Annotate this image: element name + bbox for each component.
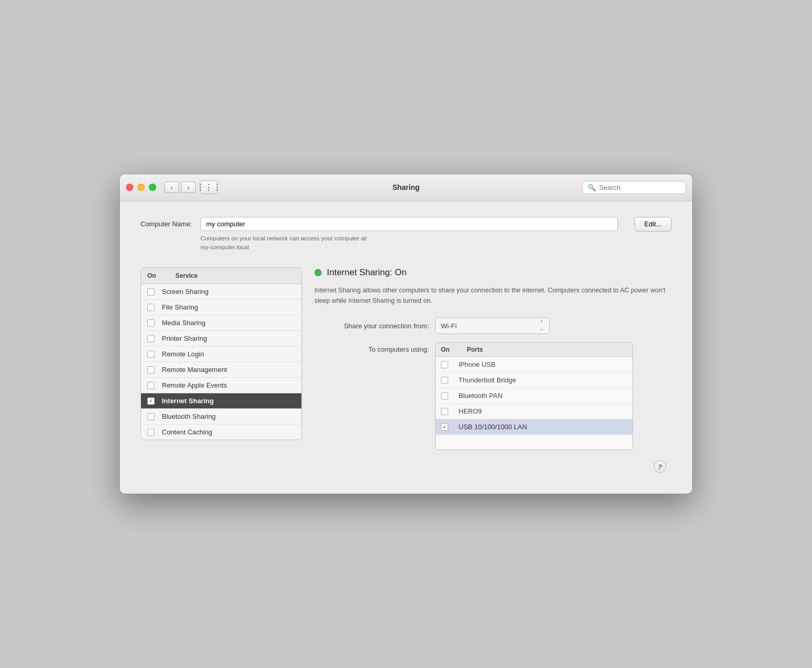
port-row-thunderbolt[interactable]: Thunderbolt Bridge bbox=[436, 372, 632, 388]
media-sharing-checkbox[interactable] bbox=[147, 319, 155, 327]
to-computers-row: To computers using: On Ports iPhone USB bbox=[314, 342, 671, 450]
usb-lan-label: USB 10/100/1000 LAN bbox=[459, 423, 527, 431]
usb-lan-checkbox[interactable] bbox=[441, 423, 448, 431]
status-dot bbox=[314, 269, 322, 276]
window-title: Sharing bbox=[392, 183, 420, 191]
service-item-remote-login[interactable]: Remote Login bbox=[141, 346, 301, 362]
service-item-printer-sharing[interactable]: Printer Sharing bbox=[141, 331, 301, 346]
file-sharing-label: File Sharing bbox=[162, 303, 198, 311]
service-list: On Service Screen Sharing File Sharing M… bbox=[141, 267, 302, 440]
search-box[interactable]: 🔍 bbox=[582, 181, 686, 194]
file-sharing-checkbox[interactable] bbox=[147, 304, 155, 311]
ports-empty-row bbox=[436, 435, 632, 449]
header-service: Service bbox=[175, 272, 295, 279]
service-item-internet-sharing[interactable]: Internet Sharing bbox=[141, 393, 301, 409]
media-sharing-label: Media Sharing bbox=[162, 319, 206, 327]
computer-name-section: Computer Name: Computers on your local n… bbox=[141, 217, 671, 268]
main-window: ‹ › ⋮⋮⋮ Sharing 🔍 Computer Name: Compute… bbox=[120, 174, 692, 494]
remote-apple-events-checkbox[interactable] bbox=[147, 382, 155, 389]
status-title: Internet Sharing: On bbox=[327, 267, 407, 278]
service-item-file-sharing[interactable]: File Sharing bbox=[141, 300, 301, 315]
bluetooth-pan-label: Bluetooth PAN bbox=[459, 392, 502, 400]
header-on: On bbox=[147, 272, 163, 279]
ports-col-port-header: Ports bbox=[467, 346, 627, 353]
computer-name-input[interactable] bbox=[200, 217, 618, 231]
select-arrows-icon: ⌃ ⌄ bbox=[539, 320, 544, 331]
search-input[interactable] bbox=[599, 184, 680, 191]
ports-table: On Ports iPhone USB Thunderbolt Bridge bbox=[435, 342, 633, 450]
share-from-label: Share your connection from: bbox=[314, 322, 429, 330]
nav-buttons: ‹ › bbox=[164, 182, 196, 193]
share-from-row: Share your connection from: Wi-Fi ⌃ ⌄ bbox=[314, 317, 671, 334]
remote-apple-events-label: Remote Apple Events bbox=[162, 381, 227, 389]
forward-button[interactable]: › bbox=[181, 182, 196, 193]
service-item-bluetooth-sharing[interactable]: Bluetooth Sharing bbox=[141, 409, 301, 425]
thunderbolt-checkbox[interactable] bbox=[441, 377, 448, 384]
status-header: Internet Sharing: On bbox=[314, 267, 671, 278]
back-button[interactable]: ‹ bbox=[164, 182, 179, 193]
service-item-screen-sharing[interactable]: Screen Sharing bbox=[141, 284, 301, 300]
grid-button[interactable]: ⋮⋮⋮ bbox=[200, 181, 218, 194]
hero9-checkbox[interactable] bbox=[441, 408, 448, 415]
computer-name-label: Computer Name: bbox=[141, 217, 192, 228]
remote-management-checkbox[interactable] bbox=[147, 366, 155, 374]
port-row-bluetooth-pan[interactable]: Bluetooth PAN bbox=[436, 388, 632, 404]
remote-login-label: Remote Login bbox=[162, 350, 204, 358]
computer-name-right: Computers on your local network can acce… bbox=[200, 217, 618, 252]
service-item-remote-management[interactable]: Remote Management bbox=[141, 362, 301, 378]
titlebar: ‹ › ⋮⋮⋮ Sharing 🔍 bbox=[120, 174, 692, 201]
service-item-remote-apple-events[interactable]: Remote Apple Events bbox=[141, 378, 301, 393]
screen-sharing-checkbox[interactable] bbox=[147, 288, 155, 296]
remote-login-checkbox[interactable] bbox=[147, 351, 155, 358]
to-computers-label: To computers using: bbox=[314, 342, 429, 353]
internet-sharing-checkbox[interactable] bbox=[147, 397, 155, 405]
minimize-button[interactable] bbox=[137, 184, 145, 191]
thunderbolt-label: Thunderbolt Bridge bbox=[459, 376, 516, 384]
help-button[interactable]: ? bbox=[654, 460, 666, 473]
traffic-lights bbox=[126, 184, 156, 191]
printer-sharing-checkbox[interactable] bbox=[147, 335, 155, 342]
content-caching-label: Content Caching bbox=[162, 428, 212, 436]
content-caching-checkbox[interactable] bbox=[147, 429, 155, 436]
remote-management-label: Remote Management bbox=[162, 366, 227, 374]
main-panel: On Service Screen Sharing File Sharing M… bbox=[141, 267, 671, 450]
port-row-iphone-usb[interactable]: iPhone USB bbox=[436, 357, 632, 372]
printer-sharing-label: Printer Sharing bbox=[162, 335, 207, 342]
port-row-hero9[interactable]: HERO9 bbox=[436, 404, 632, 419]
iphone-usb-label: iPhone USB bbox=[459, 361, 496, 368]
share-from-select[interactable]: Wi-Fi ⌃ ⌄ bbox=[435, 317, 550, 334]
search-icon: 🔍 bbox=[588, 184, 596, 191]
bluetooth-pan-checkbox[interactable] bbox=[441, 392, 448, 400]
hero9-label: HERO9 bbox=[459, 407, 482, 415]
close-button[interactable] bbox=[126, 184, 133, 191]
iphone-usb-checkbox[interactable] bbox=[441, 361, 448, 368]
bluetooth-sharing-label: Bluetooth Sharing bbox=[162, 413, 215, 420]
service-list-header: On Service bbox=[141, 268, 301, 284]
internet-sharing-label: Internet Sharing bbox=[162, 397, 214, 405]
share-from-value: Wi-Fi bbox=[441, 322, 456, 330]
edit-button[interactable]: Edit... bbox=[635, 217, 671, 232]
bluetooth-sharing-checkbox[interactable] bbox=[147, 413, 155, 420]
ports-table-header: On Ports bbox=[436, 343, 632, 357]
port-row-usb-lan[interactable]: USB 10/100/1000 LAN bbox=[436, 419, 632, 435]
status-description: Internet Sharing allows other computers … bbox=[314, 285, 671, 306]
maximize-button[interactable] bbox=[149, 184, 156, 191]
ports-col-on-header: On bbox=[441, 346, 456, 353]
screen-sharing-label: Screen Sharing bbox=[162, 288, 209, 296]
help-section: ? bbox=[141, 450, 671, 478]
service-item-media-sharing[interactable]: Media Sharing bbox=[141, 315, 301, 331]
computer-name-hint: Computers on your local network can acce… bbox=[200, 234, 618, 252]
service-item-content-caching[interactable]: Content Caching bbox=[141, 425, 301, 440]
detail-panel: Internet Sharing: On Internet Sharing al… bbox=[314, 267, 671, 450]
content-area: Computer Name: Computers on your local n… bbox=[120, 201, 692, 494]
